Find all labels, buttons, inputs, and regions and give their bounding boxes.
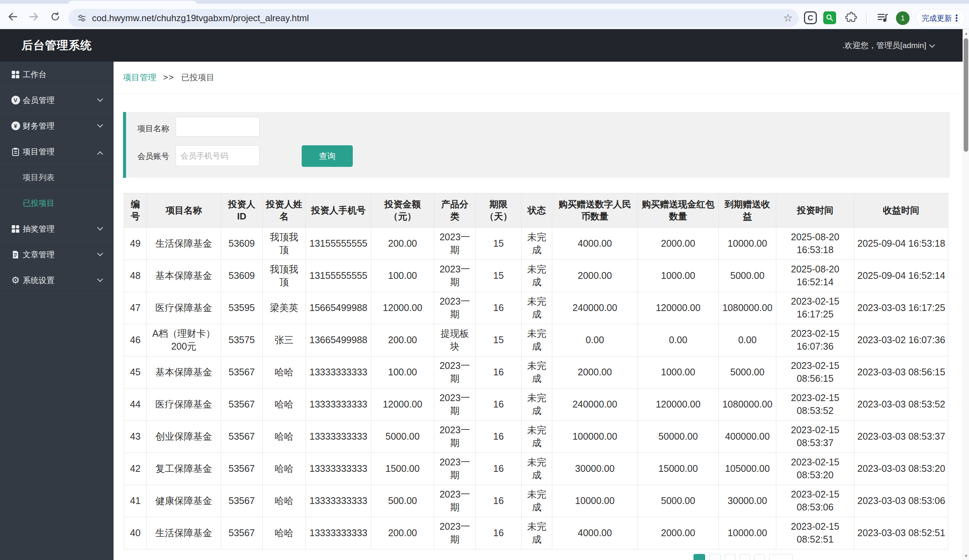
breadcrumb-current: 已投项目	[181, 72, 215, 83]
column-header: 项目名称	[147, 193, 221, 228]
breadcrumb-separator: >>	[163, 73, 175, 83]
sidebar-item-finance-mgmt[interactable]: ¥ 财务管理	[0, 113, 113, 139]
search-button[interactable]: 查询	[302, 145, 353, 167]
user-menu[interactable]: .欢迎您，管理员[admin]	[842, 29, 934, 61]
table-cell: 1500.00	[371, 453, 434, 485]
table-cell: 200.00	[371, 324, 434, 356]
site-info-icon[interactable]	[77, 13, 87, 23]
table-cell: 46	[124, 324, 147, 356]
table-cell: 13333333333	[306, 453, 371, 485]
sidebar-subitem-invested-projects[interactable]: 已投项目	[0, 190, 113, 216]
column-header: 投资人手机号	[306, 193, 371, 228]
table-cell: 13333333333	[306, 517, 371, 549]
column-header: 期限（天）	[476, 193, 521, 228]
extensions-puzzle-icon[interactable]	[845, 12, 857, 23]
column-header: 购买赠送数字人民币数量	[552, 193, 638, 228]
table-cell: 2023-03-03 16:17:25	[854, 292, 948, 324]
column-header: 编号	[124, 193, 147, 228]
chevron-down-icon	[97, 276, 103, 282]
sidebar-item-project-mgmt[interactable]: 项目管理	[0, 139, 113, 165]
app-header: 后台管理系统 .欢迎您，管理员[admin]	[0, 29, 969, 61]
sidebar-subitem-label: 项目列表	[23, 165, 55, 190]
scrollbar-up-arrow-icon[interactable]: ▲	[963, 31, 969, 36]
welcome-text: .欢迎您，管理员[admin]	[842, 40, 926, 51]
back-icon[interactable]	[7, 11, 19, 23]
url-text[interactable]: cod.hwymw.net/chuhzg19tvgabxm/project_al…	[92, 13, 309, 23]
table-cell: 49	[124, 228, 147, 260]
member-account-input[interactable]	[176, 145, 260, 166]
main-content: 项目管理 >> 已投项目 项目名称 会员账号 查询 编号项目名称投资人ID投资人…	[113, 61, 962, 560]
table-cell: 生活保障基金	[147, 517, 221, 549]
table-cell: 16	[476, 421, 521, 453]
table-cell: 0.00	[719, 324, 776, 356]
table-cell: 42	[124, 453, 147, 485]
table-cell: 哈哈	[263, 453, 306, 485]
gear-icon: ⚙	[11, 276, 20, 285]
extension-search-icon[interactable]	[823, 12, 836, 24]
url-bar[interactable]: cod.hwymw.net/chuhzg19tvgabxm/project_al…	[68, 9, 799, 27]
table-cell: 16	[476, 485, 521, 517]
sidebar-item-member-mgmt[interactable]: V 会员管理	[0, 87, 113, 113]
table-cell: 2025-09-04 16:53:18	[854, 228, 948, 260]
table-cell: 2023一期	[434, 260, 476, 292]
sidebar-item-article-mgmt[interactable]: 文章管理	[0, 242, 113, 268]
breadcrumb-parent[interactable]: 项目管理	[123, 72, 157, 83]
table-cell: 1080000.00	[719, 389, 776, 421]
table-cell: 240000.00	[552, 389, 638, 421]
table-cell: A档（理财卡）200元	[147, 324, 221, 356]
extension-c-icon[interactable]: C	[804, 12, 817, 24]
page-scrollbar[interactable]: ▲ ▼	[962, 29, 969, 560]
pagination-button-current[interactable]	[693, 554, 705, 560]
table-cell: 未完成	[521, 292, 552, 324]
scrollbar-down-arrow-icon[interactable]: ▼	[963, 553, 969, 558]
bookmark-star-icon[interactable]: ☆	[783, 9, 793, 27]
chevron-up-icon	[97, 151, 103, 158]
chrome-update-button[interactable]: 完成更新 ⋮	[916, 9, 965, 27]
table-cell: 400000.00	[719, 421, 776, 453]
table-row: 40生活保障基金53567哈哈13333333333200.002023一期16…	[124, 517, 948, 549]
table-cell: 2023-02-15 16:07:36	[776, 324, 854, 356]
table-cell: 2023-02-15 08:53:52	[776, 389, 854, 421]
table-cell: 2023-02-15 08:53:20	[776, 453, 854, 485]
table-cell: 2023一期	[434, 292, 476, 324]
sidebar-subitem-project-list[interactable]: 项目列表	[0, 165, 113, 190]
table-cell: 44	[124, 389, 147, 421]
browser-menu-kebab-icon[interactable]: ⋮	[952, 13, 961, 23]
pagination-button[interactable]	[709, 554, 721, 560]
table-cell: 2023-03-03 08:53:52	[854, 389, 948, 421]
tab-strip	[0, 0, 969, 4]
table-cell: 240000.00	[552, 292, 638, 324]
breadcrumb-divider	[113, 93, 962, 94]
sidebar-item-lottery-mgmt[interactable]: 抽奖管理	[0, 216, 113, 242]
chevron-down-icon	[97, 225, 103, 231]
table-cell: 12000.00	[371, 292, 434, 324]
playlist-icon[interactable]	[877, 12, 889, 23]
table-cell: 0.00	[638, 324, 719, 356]
forward-icon[interactable]	[28, 11, 40, 23]
table-cell: 2023一期	[434, 228, 476, 260]
reload-icon[interactable]	[49, 11, 61, 23]
invested-projects-table: 编号项目名称投资人ID投资人姓名投资人手机号投资金额（元）产品分类期限（天）状态…	[124, 193, 948, 549]
table-cell: 2023-02-15 16:17:25	[776, 292, 854, 324]
table-cell: 53595	[221, 292, 263, 324]
table-cell: 4000.00	[552, 228, 638, 260]
table-cell: 53609	[221, 260, 263, 292]
pagination-button[interactable]	[739, 554, 750, 560]
member-account-label: 会员账号	[137, 151, 169, 161]
table-cell: 2023一期	[434, 421, 476, 453]
pagination-button[interactable]	[725, 554, 736, 560]
table-cell: 2000.00	[552, 260, 638, 292]
table-cell: 医疗保障基金	[147, 292, 221, 324]
table-header-row: 编号项目名称投资人ID投资人姓名投资人手机号投资金额（元）产品分类期限（天）状态…	[124, 193, 948, 228]
scrollbar-thumb[interactable]	[964, 38, 968, 152]
table-cell: 2023-03-03 08:56:15	[854, 356, 948, 389]
browser-profile-avatar[interactable]: 1	[896, 12, 909, 25]
project-name-input[interactable]	[176, 117, 260, 136]
sidebar-item-system-settings[interactable]: ⚙ 系统设置	[0, 268, 113, 293]
table-cell: 2023一期	[434, 517, 476, 549]
pagination-next-button[interactable]	[769, 554, 793, 560]
sidebar-item-workbench[interactable]: 工作台	[0, 61, 113, 87]
table-cell: 5000.00	[638, 485, 719, 517]
pagination-button[interactable]	[754, 554, 765, 560]
table-cell: 1000.00	[638, 260, 719, 292]
